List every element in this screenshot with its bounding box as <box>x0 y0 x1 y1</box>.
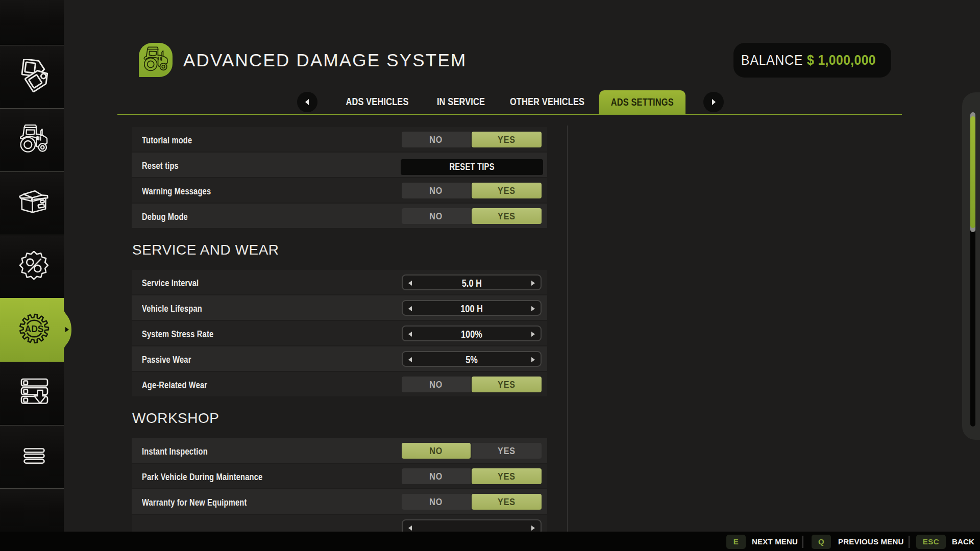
svg-text:ADS: ADS <box>25 324 44 334</box>
